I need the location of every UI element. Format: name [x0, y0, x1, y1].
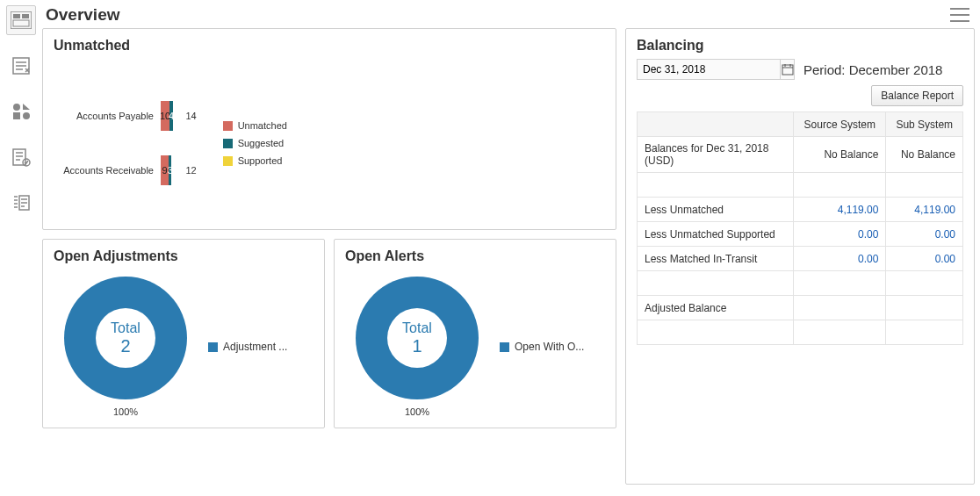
svg-rect-7: [13, 112, 20, 119]
row-adjusted-balance: Adjusted Balance: [638, 296, 963, 320]
cell-label: Adjusted Balance: [638, 296, 794, 320]
left-icon-rail: [0, 0, 42, 490]
open-adjustments-panel: Open Adjustments Total 2 100%: [42, 239, 325, 428]
cell-sub-link[interactable]: 0.00: [886, 222, 963, 247]
row-spacer: [638, 320, 963, 345]
bar-category-label: Accounts Payable: [62, 111, 161, 121]
cell-label: Less Unmatched Supported: [638, 222, 794, 247]
row-spacer: [638, 271, 963, 296]
donut-center-value: 1: [402, 336, 432, 356]
page-title: Overview: [46, 5, 120, 25]
svg-rect-1: [13, 14, 20, 18]
balancing-title: Balancing: [637, 38, 963, 54]
open-adjustments-title: Open Adjustments: [54, 248, 313, 264]
unmatched-panel: Unmatched Accounts Payable 10 4: [42, 28, 616, 230]
legend-label: Open With O...: [515, 341, 584, 353]
unmatched-legend: Unmatched Suggested Supported: [223, 120, 287, 166]
svg-point-8: [23, 112, 30, 119]
cell-source-link[interactable]: 0.00: [794, 247, 886, 271]
svg-point-5: [13, 104, 20, 111]
chart-row-accounts-payable: Accounts Payable 10 4 14: [62, 101, 197, 131]
nav-transactions[interactable]: [6, 51, 36, 81]
swatch-unmatched: [223, 121, 233, 131]
cell-label: Less Unmatched: [638, 198, 794, 222]
cell-sub-link[interactable]: 4,119.00: [886, 198, 963, 222]
balance-report-button[interactable]: Balance Report: [871, 85, 963, 106]
nav-approvals[interactable]: [6, 142, 36, 172]
cell-label: Less Matched In-Transit: [638, 247, 794, 271]
row-spacer: [638, 173, 963, 198]
cell-label: Balances for Dec 31, 2018 (USD): [638, 137, 794, 173]
cell-source-link[interactable]: 4,119.00: [794, 198, 886, 222]
swatch-alert: [500, 342, 509, 352]
swatch-suggested: [223, 139, 233, 148]
cell-source: No Balance: [794, 137, 886, 173]
legend-label: Supported: [238, 155, 283, 166]
chart-row-accounts-receivable: Accounts Receivable 9 3 12: [62, 155, 197, 185]
adjustments-donut-chart[interactable]: Total 2: [64, 277, 187, 399]
donut-center-label: Total: [111, 320, 141, 336]
open-alerts-panel: Open Alerts Total 1 100%: [334, 239, 616, 428]
legend-label: Suggested: [238, 138, 285, 148]
bar-segment-suggested[interactable]: 3: [169, 155, 171, 185]
svg-rect-2: [22, 14, 29, 18]
panel-menu-icon[interactable]: [950, 8, 969, 22]
svg-rect-12: [782, 65, 793, 75]
row-less-matched-intransit: Less Matched In-Transit 0.00 0.00: [638, 247, 963, 271]
alerts-donut-chart[interactable]: Total 1: [356, 277, 479, 399]
bar-total: 12: [185, 165, 196, 176]
col-sub-system: Sub System: [886, 112, 963, 137]
row-less-unmatched: Less Unmatched 4,119.00 4,119.00: [638, 198, 963, 222]
donut-center-value: 2: [111, 336, 141, 356]
balance-date-input[interactable]: [638, 63, 780, 75]
cell-source-link[interactable]: 0.00: [794, 222, 886, 247]
donut-center-label: Total: [402, 320, 432, 336]
row-balances: Balances for Dec 31, 2018 (USD) No Balan…: [638, 137, 963, 173]
svg-marker-6: [23, 104, 30, 110]
donut-percent: 100%: [356, 406, 479, 417]
svg-rect-9: [13, 149, 25, 165]
balance-date-field[interactable]: [637, 59, 795, 80]
nav-dashboard[interactable]: [6, 5, 36, 35]
period-label: Period: December 2018: [803, 62, 942, 77]
swatch-adjustment: [208, 342, 218, 352]
col-source-system: Source System: [794, 112, 886, 137]
swatch-supported: [223, 156, 233, 166]
balancing-table: Source System Sub System Balances for De…: [637, 111, 963, 345]
cell-sub: No Balance: [886, 137, 963, 173]
open-alerts-title: Open Alerts: [345, 248, 605, 264]
unmatched-title: Unmatched: [54, 38, 605, 54]
legend-label: Adjustment ...: [223, 341, 287, 353]
svg-rect-3: [13, 20, 29, 26]
nav-shapes[interactable]: [6, 97, 36, 126]
bar-total: 14: [185, 111, 196, 121]
bar-segment-suggested[interactable]: 4: [169, 101, 173, 131]
legend-label: Unmatched: [238, 120, 287, 131]
donut-percent: 100%: [64, 406, 187, 417]
nav-reports[interactable]: [6, 188, 36, 218]
balancing-panel: Balancing Period: December 2018 Balance …: [625, 28, 975, 485]
bar-category-label: Accounts Receivable: [62, 165, 161, 176]
calendar-icon[interactable]: [780, 59, 794, 80]
unmatched-bar-chart[interactable]: Accounts Payable 10 4 14 Accounts R: [62, 101, 197, 185]
row-less-unmatched-supported: Less Unmatched Supported 0.00 0.00: [638, 222, 963, 247]
cell-sub-link[interactable]: 0.00: [886, 247, 963, 271]
